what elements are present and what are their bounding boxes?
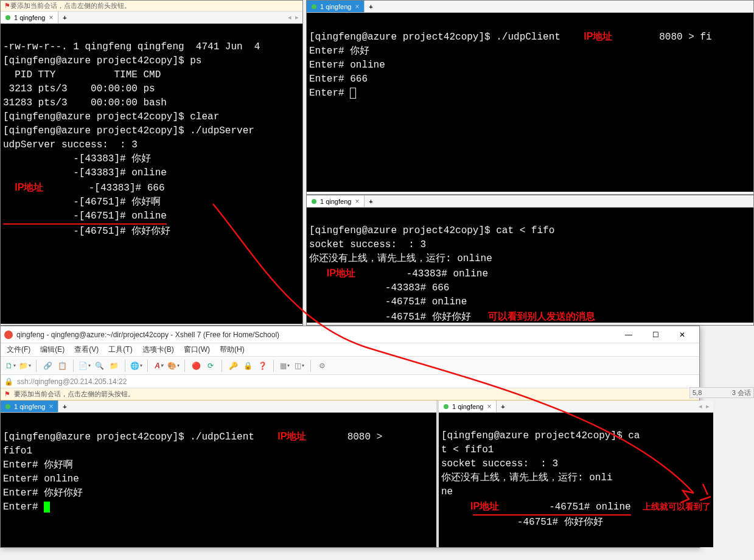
tab-label: 1 qingfeng bbox=[452, 403, 483, 410]
menu-help[interactable]: 帮助(H) bbox=[215, 345, 250, 355]
line: 8080 > fi bbox=[659, 32, 711, 43]
tab-add-button[interactable]: + bbox=[365, 195, 377, 207]
line: Enter# online bbox=[309, 60, 385, 71]
help-button[interactable]: ❓ bbox=[256, 360, 268, 372]
tab-close-icon[interactable]: × bbox=[49, 13, 53, 22]
titlebar[interactable]: qingfeng - qingfeng@azure:~/dir/project4… bbox=[1, 326, 699, 343]
menu-tools[interactable]: 工具(T) bbox=[103, 345, 137, 355]
lock-button[interactable]: 🔒 bbox=[242, 360, 254, 372]
line: socket success: : 3 bbox=[309, 239, 426, 250]
open-folder-button[interactable]: 📁 bbox=[19, 360, 31, 372]
tab-add-button[interactable]: + bbox=[365, 1, 377, 12]
gear-button[interactable]: ⚙ bbox=[316, 360, 328, 372]
menu-tabs[interactable]: 选项卡(B) bbox=[138, 345, 179, 355]
nav-next-icon[interactable]: ▸ bbox=[706, 402, 710, 410]
line: [qingfeng@azure project42copy]$ cat < fi… bbox=[309, 225, 554, 236]
tab-qingfeng[interactable]: 1 qingfeng × bbox=[307, 1, 365, 12]
status-dot-icon bbox=[5, 15, 10, 20]
line: 8080 > bbox=[347, 432, 388, 443]
address-bar[interactable]: 🔒 ssh://qingfeng@20.214.205.14:22 bbox=[1, 375, 699, 388]
tab-nav: ◂ ▸ bbox=[284, 12, 302, 23]
terminal-output[interactable]: [qingfeng@azure project42copy]$ ./udpCli… bbox=[307, 13, 753, 192]
online-annotation: 上线就可以看到了 bbox=[643, 502, 711, 511]
line: -rw-rw-r--. 1 qingfeng qingfeng 4741 Jun… bbox=[3, 41, 266, 52]
search-button[interactable]: 🔍 bbox=[93, 360, 105, 372]
terminal-output[interactable]: [qingfeng@azure project42copy]$ ./udpCli… bbox=[1, 413, 436, 547]
line: Enter# 你好你好 bbox=[3, 488, 83, 499]
split-button[interactable]: ◫ bbox=[293, 360, 305, 372]
terminal-output[interactable]: -rw-rw-r--. 1 qingfeng qingfeng 4741 Jun… bbox=[1, 24, 302, 324]
tab-close-icon[interactable]: × bbox=[49, 402, 53, 411]
color-button[interactable]: 🎨 bbox=[167, 360, 180, 372]
status-strip: 5,8 3 会话 bbox=[689, 387, 754, 398]
close-button[interactable]: ✕ bbox=[669, 327, 696, 343]
line: [qingfeng@azure project42copy]$ ./udpSer… bbox=[3, 125, 260, 136]
copy-button[interactable]: 📋 bbox=[56, 360, 68, 372]
window-buttons: — ☐ ✕ bbox=[615, 327, 696, 343]
tab-qingfeng[interactable]: 1 qingfeng × bbox=[1, 401, 58, 412]
separator-icon bbox=[184, 360, 185, 372]
terminal-output[interactable]: [qingfeng@azure project42copy]$ cat < fi… bbox=[307, 208, 753, 323]
nav-next-icon[interactable]: ▸ bbox=[295, 13, 299, 21]
tab-add-button[interactable]: + bbox=[58, 12, 71, 23]
tab-bar: 1 qingfeng × + bbox=[1, 401, 436, 413]
session-hint-bar: ⚑ 要添加当前会话，点击左侧的箭头按钮。 bbox=[1, 388, 699, 401]
tab-bar: 1 qingfeng × + bbox=[307, 1, 753, 13]
tab-add-button[interactable]: + bbox=[497, 401, 509, 412]
line: Enter# 666 bbox=[309, 74, 368, 85]
menu-window[interactable]: 窗口(W) bbox=[179, 345, 215, 355]
tab-nav: ◂ ▸ bbox=[695, 401, 713, 412]
line: [qingfeng@azure project42copy]$ ca bbox=[441, 430, 640, 441]
terminal-pane-server: ⚑ 要添加当前会话，点击左侧的前头按钮。 1 qingfeng × + ◂ ▸ … bbox=[0, 0, 303, 326]
terminal-pane-fifo1: 1 qingfeng × + ◂ ▸ [qingfeng@azure proje… bbox=[439, 401, 713, 547]
tab-qingfeng[interactable]: 1 qingfeng × bbox=[439, 401, 497, 412]
xshell-window: qingfeng - qingfeng@azure:~/dir/project4… bbox=[0, 326, 700, 548]
tab-qingfeng[interactable]: 1 qingfeng × bbox=[1, 12, 58, 23]
tab-close-icon[interactable]: × bbox=[355, 2, 359, 11]
font-button[interactable]: A bbox=[153, 360, 165, 372]
terminal-output[interactable]: [qingfeng@azure project42copy]$ ca t < f… bbox=[439, 413, 713, 547]
maximize-button[interactable]: ☐ bbox=[642, 327, 669, 343]
line: -[46751]# online bbox=[3, 209, 167, 225]
tab-bar: 1 qingfeng × + ◂ ▸ bbox=[1, 12, 302, 24]
flag-icon: ⚑ bbox=[4, 390, 10, 398]
record-button[interactable]: 🔴 bbox=[190, 360, 202, 372]
tab-close-icon[interactable]: × bbox=[355, 197, 359, 206]
tab-close-icon[interactable]: × bbox=[487, 402, 491, 411]
line: PID TTY TIME CMD bbox=[3, 69, 161, 80]
status-dot-icon bbox=[312, 4, 316, 9]
nav-prev-icon[interactable]: ◂ bbox=[288, 13, 291, 21]
new-session-button[interactable]: 🗋 bbox=[4, 360, 16, 372]
line: [qingfeng@azure project42copy]$ clear bbox=[3, 111, 219, 122]
window-title: qingfeng - qingfeng@azure:~/dir/project4… bbox=[16, 331, 279, 339]
menu-view[interactable]: 查看(V) bbox=[69, 345, 103, 355]
tab-add-button[interactable]: + bbox=[58, 401, 71, 412]
line: t < fifo1 bbox=[441, 444, 494, 455]
tab-bar: 1 qingfeng × + ◂ ▸ bbox=[439, 401, 713, 413]
ip-annotation: IP地址 bbox=[278, 431, 306, 441]
paste-button[interactable]: 📄 bbox=[79, 360, 91, 372]
tab-label: 1 qingfeng bbox=[14, 403, 45, 410]
menu-edit[interactable]: 编辑(E) bbox=[35, 345, 69, 355]
tab-qingfeng[interactable]: 1 qingfeng × bbox=[307, 195, 365, 207]
refresh-button[interactable]: ⟳ bbox=[204, 360, 217, 372]
folder2-button[interactable]: 📁 bbox=[108, 360, 120, 372]
terminal-pane-fifo: 1 qingfeng × + [qingfeng@azure project42… bbox=[306, 195, 754, 326]
nav-prev-icon[interactable]: ◂ bbox=[699, 402, 702, 410]
globe-button[interactable]: 🌐 bbox=[130, 360, 142, 372]
line: 3213 pts/3 00:00:00 ps bbox=[3, 83, 155, 94]
minimize-button[interactable]: — bbox=[615, 327, 642, 343]
line: udpServer success: : 3 bbox=[3, 139, 138, 150]
line: -46751# 你好你好 bbox=[441, 517, 603, 528]
key-button[interactable]: 🔑 bbox=[227, 360, 239, 372]
menu-file[interactable]: 文件(F) bbox=[2, 345, 35, 355]
line: 31283 pts/3 00:00:00 bash bbox=[3, 97, 167, 108]
tab-bar: 1 qingfeng × + bbox=[307, 195, 753, 208]
line: Enter# 你好啊 bbox=[3, 460, 73, 471]
separator-icon bbox=[310, 360, 311, 372]
hint-text: 要添加当前会话，点击左侧的箭头按钮。 bbox=[14, 390, 134, 399]
grid-button[interactable]: ▦ bbox=[279, 360, 291, 372]
link-button[interactable]: 🔗 bbox=[41, 360, 54, 372]
separator-icon bbox=[147, 360, 148, 372]
line: Enter# 你好 bbox=[309, 46, 369, 57]
